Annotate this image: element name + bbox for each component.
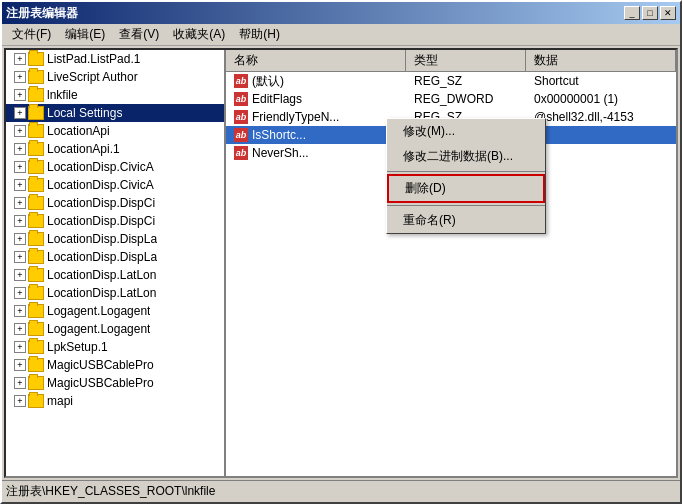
tree-label: MagicUSBCablePro	[47, 358, 154, 372]
cell-data: @shell32.dll,-4153	[526, 108, 676, 126]
ctx-modify-binary[interactable]: 修改二进制数据(B)...	[387, 144, 545, 169]
cell-data	[526, 126, 676, 144]
tree-label: LocationApi.1	[47, 142, 120, 156]
window-title: 注册表编辑器	[6, 5, 78, 22]
tree-label: LiveScript Author	[47, 70, 138, 84]
toggle-icon[interactable]: +	[14, 143, 26, 155]
tree-item-locationdisp4[interactable]: + LocationDisp.DispCi	[6, 212, 224, 230]
col-header-data[interactable]: 数据	[526, 50, 676, 71]
toggle-icon[interactable]: +	[14, 179, 26, 191]
toggle-icon[interactable]: +	[14, 197, 26, 209]
tree-item-listpad[interactable]: + ListPad.ListPad.1	[6, 50, 224, 68]
folder-icon	[28, 142, 44, 156]
folder-icon	[28, 358, 44, 372]
status-bar: 注册表\HKEY_CLASSES_ROOT\lnkfile	[2, 480, 680, 502]
menu-file[interactable]: 文件(F)	[6, 24, 57, 45]
tree-label: ListPad.ListPad.1	[47, 52, 140, 66]
ctx-delete[interactable]: 删除(D)	[387, 174, 545, 203]
tree-item-livescript[interactable]: + LiveScript Author	[6, 68, 224, 86]
tree-item-locationdisp1[interactable]: + LocationDisp.CivicA	[6, 158, 224, 176]
col-header-name[interactable]: 名称	[226, 50, 406, 71]
ctx-rename[interactable]: 重命名(R)	[387, 208, 545, 233]
toggle-icon[interactable]: +	[14, 233, 26, 245]
col-header-type[interactable]: 类型	[406, 50, 526, 71]
table-row[interactable]: ab (默认) REG_SZ Shortcut	[226, 72, 676, 90]
toggle-icon[interactable]: +	[14, 125, 26, 137]
folder-icon	[28, 214, 44, 228]
tree-label: LocationDisp.LatLon	[47, 286, 156, 300]
close-button[interactable]: ✕	[660, 6, 676, 20]
toggle-icon[interactable]: +	[14, 341, 26, 353]
tree-item-locationdisp7[interactable]: + LocationDisp.LatLon	[6, 266, 224, 284]
toggle-icon[interactable]: +	[14, 305, 26, 317]
tree-label: mapi	[47, 394, 73, 408]
toggle-icon[interactable]: +	[14, 89, 26, 101]
registry-editor-window: 注册表编辑器 _ □ ✕ 文件(F) 编辑(E) 查看(V) 收藏夹(A) 帮助…	[0, 0, 682, 504]
tree-item-locationdisp8[interactable]: + LocationDisp.LatLon	[6, 284, 224, 302]
folder-icon	[28, 124, 44, 138]
menu-favorites[interactable]: 收藏夹(A)	[167, 24, 231, 45]
menu-help[interactable]: 帮助(H)	[233, 24, 286, 45]
toggle-icon[interactable]: +	[14, 215, 26, 227]
tree-item-lpksetup[interactable]: + LpkSetup.1	[6, 338, 224, 356]
registry-tree: + ListPad.ListPad.1 + LiveScript Author …	[6, 50, 226, 476]
tree-item-logagent2[interactable]: + Logagent.Logagent	[6, 320, 224, 338]
toggle-icon[interactable]: +	[14, 251, 26, 263]
tree-item-locationapi[interactable]: + LocationApi	[6, 122, 224, 140]
tree-item-mapi[interactable]: + mapi	[6, 392, 224, 410]
tree-label: LpkSetup.1	[47, 340, 108, 354]
tree-item-magicusb2[interactable]: + MagicUSBCablePro	[6, 374, 224, 392]
ctx-modify[interactable]: 修改(M)...	[387, 119, 545, 144]
toggle-icon[interactable]: +	[14, 71, 26, 83]
maximize-button[interactable]: □	[642, 6, 658, 20]
value-icon: ab	[234, 146, 248, 160]
folder-icon	[28, 52, 44, 66]
cell-data	[526, 144, 676, 162]
toggle-icon[interactable]: +	[14, 107, 26, 119]
cell-type: REG_DWORD	[406, 90, 526, 108]
ctx-separator	[387, 171, 545, 172]
ctx-separator	[387, 205, 545, 206]
tree-item-locationapi1[interactable]: + LocationApi.1	[6, 140, 224, 158]
tree-item-locationdisp2[interactable]: + LocationDisp.CivicA	[6, 176, 224, 194]
tree-label: lnkfile	[47, 88, 78, 102]
toggle-icon[interactable]: +	[14, 269, 26, 281]
tree-label: LocationApi	[47, 124, 110, 138]
menu-bar: 文件(F) 编辑(E) 查看(V) 收藏夹(A) 帮助(H)	[2, 24, 680, 46]
registry-values-panel: 名称 类型 数据 ab (默认) REG_SZ Shortcut ab	[226, 50, 676, 476]
tree-item-locationdisp5[interactable]: + LocationDisp.DispLa	[6, 230, 224, 248]
table-row[interactable]: ab EditFlags REG_DWORD 0x00000001 (1)	[226, 90, 676, 108]
toggle-icon[interactable]: +	[14, 161, 26, 173]
folder-icon	[28, 196, 44, 210]
table-header: 名称 类型 数据	[226, 50, 676, 72]
toggle-icon[interactable]: +	[14, 287, 26, 299]
toggle-icon[interactable]: +	[14, 53, 26, 65]
status-text: 注册表\HKEY_CLASSES_ROOT\lnkfile	[6, 483, 215, 500]
menu-edit[interactable]: 编辑(E)	[59, 24, 111, 45]
toggle-icon[interactable]: +	[14, 323, 26, 335]
toggle-icon[interactable]: +	[14, 377, 26, 389]
tree-label: LocationDisp.DispCi	[47, 214, 155, 228]
menu-view[interactable]: 查看(V)	[113, 24, 165, 45]
folder-icon	[28, 160, 44, 174]
folder-icon	[28, 178, 44, 192]
minimize-button[interactable]: _	[624, 6, 640, 20]
folder-icon	[28, 250, 44, 264]
context-menu: 修改(M)... 修改二进制数据(B)... 删除(D) 重命名(R)	[386, 118, 546, 234]
tree-label: LocationDisp.DispLa	[47, 232, 157, 246]
cell-name: ab IsShortc...	[226, 126, 406, 144]
tree-item-locationdisp3[interactable]: + LocationDisp.DispCi	[6, 194, 224, 212]
tree-item-lnkfile[interactable]: + lnkfile	[6, 86, 224, 104]
tree-item-logagent1[interactable]: + Logagent.Logagent	[6, 302, 224, 320]
tree-item-local-settings[interactable]: + Local Settings	[6, 104, 224, 122]
toggle-icon[interactable]: +	[14, 395, 26, 407]
tree-item-magicusb1[interactable]: + MagicUSBCablePro	[6, 356, 224, 374]
toggle-icon[interactable]: +	[14, 359, 26, 371]
tree-label: LocationDisp.DispLa	[47, 250, 157, 264]
folder-icon	[28, 322, 44, 336]
tree-item-locationdisp6[interactable]: + LocationDisp.DispLa	[6, 248, 224, 266]
value-icon: ab	[234, 110, 248, 124]
folder-icon	[28, 286, 44, 300]
cell-name: ab (默认)	[226, 72, 406, 90]
cell-data: Shortcut	[526, 72, 676, 90]
